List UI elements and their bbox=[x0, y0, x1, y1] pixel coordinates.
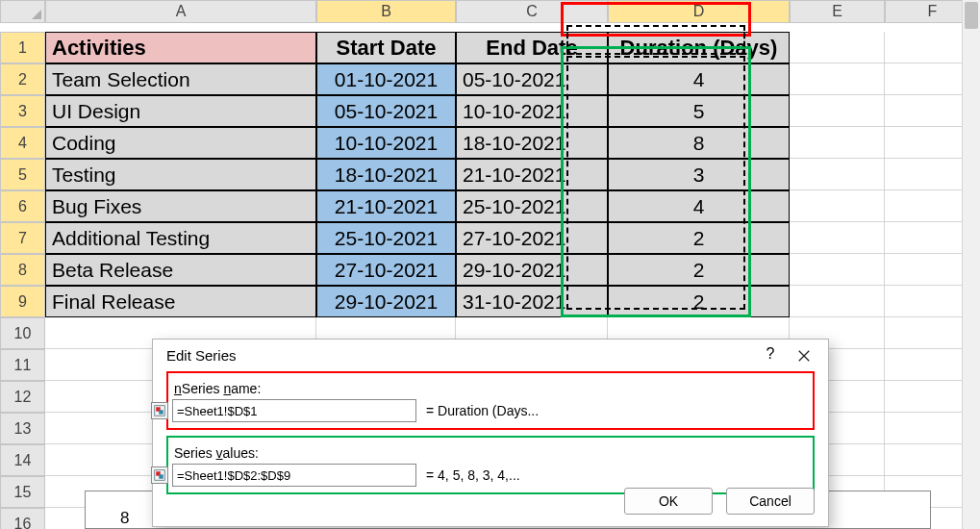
chart-axis-tick: 8 bbox=[120, 509, 129, 528]
col-head-A[interactable]: A bbox=[45, 0, 316, 23]
cell-D2[interactable]: 4 bbox=[608, 63, 790, 95]
cell-C5[interactable]: 21-10-2021 bbox=[456, 159, 608, 190]
cell-D3[interactable]: 5 bbox=[608, 95, 790, 127]
series-values-resolved: = 4, 5, 8, 3, 4,... bbox=[426, 467, 520, 483]
cell-C3[interactable]: 10-10-2021 bbox=[456, 95, 608, 127]
cell-C8[interactable]: 29-10-2021 bbox=[456, 254, 608, 286]
cell-A9[interactable]: Final Release bbox=[45, 286, 316, 317]
series-name-input[interactable] bbox=[172, 399, 416, 422]
cell-E6[interactable] bbox=[790, 190, 885, 222]
cell-A3[interactable]: UI Design bbox=[45, 95, 316, 127]
row-head-6[interactable]: 6 bbox=[0, 190, 45, 222]
row-head-2[interactable]: 2 bbox=[0, 63, 45, 95]
cell-B3[interactable]: 05-10-2021 bbox=[316, 95, 456, 127]
series-values-label: Series values: bbox=[174, 445, 809, 461]
cell-A5[interactable]: Testing bbox=[45, 159, 316, 190]
cell-E8[interactable] bbox=[790, 254, 885, 286]
cell-D1[interactable]: Duration (Days) bbox=[608, 32, 790, 63]
edit-series-dialog: Edit Series ? nSeries name:Series name: … bbox=[152, 339, 829, 527]
series-values-input[interactable] bbox=[172, 464, 416, 487]
range-select-icon bbox=[154, 405, 165, 416]
series-name-resolved: = Duration (Days... bbox=[426, 403, 539, 418]
cell-E3[interactable] bbox=[790, 95, 885, 127]
range-select-button[interactable] bbox=[151, 402, 168, 419]
range-select-icon bbox=[154, 469, 165, 481]
close-button[interactable] bbox=[790, 345, 818, 370]
row-head-3[interactable]: 3 bbox=[0, 95, 45, 127]
cell-C2[interactable]: 05-10-2021 bbox=[456, 63, 608, 95]
cell-C7[interactable]: 27-10-2021 bbox=[456, 222, 608, 254]
cell-B5[interactable]: 18-10-2021 bbox=[316, 159, 456, 190]
cell-C4[interactable]: 18-10-2021 bbox=[456, 127, 608, 159]
cell-E5[interactable] bbox=[790, 159, 885, 190]
select-all-corner[interactable] bbox=[0, 0, 45, 23]
row-head-10[interactable]: 10 bbox=[0, 317, 45, 349]
col-head-C[interactable]: C bbox=[456, 0, 608, 23]
row-head-16[interactable]: 16 bbox=[0, 508, 45, 529]
cell-E7[interactable] bbox=[790, 222, 885, 254]
cell-E9[interactable] bbox=[790, 286, 885, 317]
series-name-label: nSeries name:Series name: bbox=[174, 381, 809, 396]
cell-A1[interactable]: Activities bbox=[45, 32, 316, 63]
annotation-green-values: Series values: = 4, 5, 8, 3, 4,... bbox=[166, 436, 815, 494]
ok-button[interactable]: OK bbox=[624, 488, 713, 515]
cell-B2[interactable]: 01-10-2021 bbox=[316, 63, 456, 95]
row-head-14[interactable]: 14 bbox=[0, 444, 45, 476]
cell-E2[interactable] bbox=[790, 63, 885, 95]
cell-A4[interactable]: Coding bbox=[45, 127, 316, 159]
svg-rect-7 bbox=[159, 474, 163, 479]
cell-D9[interactable]: 2 bbox=[608, 286, 790, 317]
row-head-7[interactable]: 7 bbox=[0, 222, 45, 254]
row-head-4[interactable]: 4 bbox=[0, 127, 45, 159]
cell-E1[interactable] bbox=[790, 32, 885, 63]
cell-B4[interactable]: 10-10-2021 bbox=[316, 127, 456, 159]
col-head-E[interactable]: E bbox=[790, 0, 885, 23]
cell-B8[interactable]: 27-10-2021 bbox=[316, 254, 456, 286]
range-select-button-2[interactable] bbox=[151, 466, 168, 484]
vertical-scrollbar[interactable] bbox=[962, 0, 980, 529]
row-head-1[interactable]: 1 bbox=[0, 32, 45, 63]
cell-D8[interactable]: 2 bbox=[608, 254, 790, 286]
cell-E4[interactable] bbox=[790, 127, 885, 159]
cell-B1[interactable]: Start Date bbox=[316, 32, 456, 63]
annotation-red-name: nSeries name:Series name: = Duration (Da… bbox=[166, 371, 815, 430]
row-head-8[interactable]: 8 bbox=[0, 254, 45, 286]
cell-A8[interactable]: Beta Release bbox=[45, 254, 316, 286]
col-head-B[interactable]: B bbox=[316, 0, 456, 23]
cell-B7[interactable]: 25-10-2021 bbox=[316, 222, 456, 254]
row-head-12[interactable]: 12 bbox=[0, 381, 45, 413]
cell-C9[interactable]: 31-10-2021 bbox=[456, 286, 608, 317]
cell-A7[interactable]: Additional Testing bbox=[45, 222, 316, 254]
cell-C6[interactable]: 25-10-2021 bbox=[456, 190, 608, 222]
scrollbar-thumb[interactable] bbox=[965, 2, 978, 29]
svg-rect-4 bbox=[159, 410, 163, 415]
cell-A2[interactable]: Team Selection bbox=[45, 63, 316, 95]
cell-D7[interactable]: 2 bbox=[608, 222, 790, 254]
cell-B6[interactable]: 21-10-2021 bbox=[316, 190, 456, 222]
close-icon bbox=[797, 349, 811, 363]
cell-A6[interactable]: Bug Fixes bbox=[45, 190, 316, 222]
help-button[interactable]: ? bbox=[761, 345, 780, 363]
row-head-5[interactable]: 5 bbox=[0, 159, 45, 190]
cell-D4[interactable]: 8 bbox=[608, 127, 790, 159]
row-head-15[interactable]: 15 bbox=[0, 476, 45, 508]
row-head-11[interactable]: 11 bbox=[0, 349, 45, 381]
cell-C1[interactable]: End Date bbox=[456, 32, 608, 63]
dialog-title: Edit Series bbox=[153, 340, 828, 371]
col-head-D[interactable]: D bbox=[608, 0, 790, 23]
row-head-9[interactable]: 9 bbox=[0, 286, 45, 317]
cancel-button[interactable]: Cancel bbox=[726, 488, 815, 515]
row-head-13[interactable]: 13 bbox=[0, 413, 45, 444]
cell-D5[interactable]: 3 bbox=[608, 159, 790, 190]
cell-B9[interactable]: 29-10-2021 bbox=[316, 286, 456, 317]
cell-D6[interactable]: 4 bbox=[608, 190, 790, 222]
